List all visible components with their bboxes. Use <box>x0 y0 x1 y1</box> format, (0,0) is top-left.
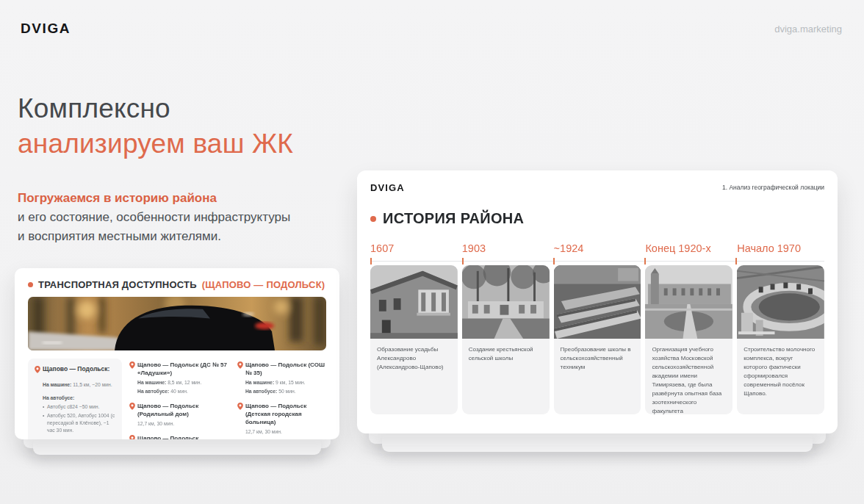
transport-columns: Щапово — Подольск: На машине: 11,5 км, ~… <box>28 359 326 439</box>
timeline-item-text: Образование усадьбы Александрово (Алекса… <box>370 339 458 372</box>
timeline-year: Начало 1970 <box>737 242 824 254</box>
timeline-item: Создание крестьянской сельской школы <box>462 265 550 414</box>
timeline-item: Строительство молочного комплекса, вокру… <box>737 265 824 414</box>
summary-by-bus: На автобусе: Автобус с824 ~50 мин. Автоб… <box>35 395 115 434</box>
timeline-year: Конец 1920-х <box>645 242 732 254</box>
page-title: Комплексно анализируем ваш ЖК <box>18 91 293 162</box>
summary-by-car: На машине: 11,5 км, ~20 мин. <box>35 381 115 389</box>
map-pin-icon <box>129 435 135 439</box>
by-bus-value: 40 мин. <box>170 389 188 394</box>
timeline-tick-icon <box>370 258 372 264</box>
destination-title: Щапово — Подольск (Родильный дом) <box>137 402 230 418</box>
map-pin-icon <box>129 361 135 377</box>
map-pin-icon <box>35 366 40 375</box>
destination-title: Щапово — Подольск (ДС № 57 «Ладушки») <box>137 361 230 377</box>
timeline-item: Образование усадьбы Александрово (Алекса… <box>370 265 458 414</box>
by-car-value: 9 км, 15 мин. <box>276 380 306 385</box>
history-slide-title: ИСТОРИЯ РАЙОНА <box>383 210 524 227</box>
destination-by-car: На машине: 9 км, 15 мин. <box>237 379 326 386</box>
map-pin-icon <box>129 403 135 418</box>
timeline-item: Преобразование школы в сельскохозяйствен… <box>554 265 641 414</box>
transport-destinations-column-1: Щапово — Подольск (ДС № 57 «Ладушки») На… <box>129 359 230 439</box>
transport-summary-panel: Щапово — Подольск: На машине: 11,5 км, ~… <box>28 359 122 439</box>
bullet-dot-icon <box>28 282 33 287</box>
timeline-tick-icon <box>462 258 464 264</box>
intro-paragraph: Погружаемся в историю района и его состо… <box>18 189 290 246</box>
by-car-label: На машине: <box>245 380 274 385</box>
timeline-item: Организация учебного хозяйства Московско… <box>645 265 732 414</box>
destination-item: Щапово — Подольск (Родильный дом) 12,7 к… <box>129 402 230 428</box>
timeline-item-text: Создание крестьянской сельской школы <box>462 339 550 363</box>
village-school-photo <box>462 265 550 339</box>
destination-title: Щапово — Подольск (СОШ № 35) <box>245 361 326 377</box>
intro-line2: и его состояние, особенности инфраструкт… <box>18 210 290 224</box>
site-url-label: dviga.marketing <box>774 24 842 35</box>
bus-option-2: Автобус 520, Автобус 1004 (с пересадкой … <box>43 412 115 434</box>
transport-destinations-column-2: Щапово — Подольск (СОШ № 35) На машине: … <box>237 359 326 439</box>
destination-item: Щапово — Подольск (СОШ № 35) На машине: … <box>237 361 326 395</box>
transport-slide-title-suffix: (ЩАПОВО — ПОДОЛЬСК) <box>202 279 325 290</box>
by-car-value: 11,5 км, ~20 мин. <box>73 382 112 387</box>
history-slide-header: DVIGA 1. Анализ географической локации <box>370 182 824 193</box>
timeline-panels: Образование усадьбы Александрово (Алекса… <box>370 265 824 414</box>
manor-house-photo <box>370 265 458 339</box>
destination-by-bus: На автобусе: 40 мин. <box>129 388 230 395</box>
destination-by-car: На машине: 8,5 км, 12 мин. <box>129 379 230 386</box>
by-bus-label: На автобусе: <box>245 389 277 394</box>
intro-highlight: Погружаемся в историю района <box>18 189 290 208</box>
destination-item: Щапово — Подольск (Детская городская бол… <box>237 402 326 436</box>
history-slide-card: DVIGA 1. Анализ географической локации И… <box>357 170 838 433</box>
timeline-item-text: Организация учебного хозяйства Московско… <box>645 339 732 414</box>
intro-line3: и восприятия местными жителями. <box>18 229 221 243</box>
timeline-tick-icon <box>553 258 555 264</box>
slide-section-label: 1. Анализ географической локации <box>722 184 824 191</box>
by-bus-label: На автобусе: <box>43 395 74 400</box>
destination-item: Щапово — Подольск (Подольская областная … <box>129 434 230 439</box>
slide-brand-logo: DVIGA <box>370 182 405 193</box>
timeline-year: 1607 <box>370 242 458 254</box>
timeline-year: 1903 <box>462 242 550 254</box>
transport-slide-card: ТРАНСПОРТНАЯ ДОСТУПНОСТЬ (ЩАПОВО — ПОДОЛ… <box>15 268 339 439</box>
map-pin-icon <box>237 403 243 426</box>
destination-by-bus: На автобусе: 50 мин. <box>237 388 326 395</box>
milking-carousel-photo <box>737 265 824 339</box>
destination-title: Щапово — Подольск (Подольская областная … <box>137 434 230 439</box>
timeline-year: ~1924 <box>554 242 641 254</box>
transport-slide-header: ТРАНСПОРТНАЯ ДОСТУПНОСТЬ (ЩАПОВО — ПОДОЛ… <box>28 279 326 290</box>
by-bus-label: На автобусе: <box>137 389 169 394</box>
destination-distance: 12,7 км, 30 мин. <box>129 420 230 428</box>
history-slide-title-row: ИСТОРИЯ РАЙОНА <box>370 210 824 227</box>
by-bus-value: 50 мин. <box>278 389 296 394</box>
destination-distance: 12,7 км, 30 мин. <box>237 428 326 436</box>
history-slide-stack-layer-2 <box>382 433 813 452</box>
car-driving-autumn-road-photo <box>28 297 326 350</box>
transport-summary-title-row: Щапово — Подольск: <box>35 365 115 375</box>
brand-logo: DVIGA <box>21 21 71 37</box>
transport-slide-title: ТРАНСПОРТНАЯ ДОСТУПНОСТЬ <box>38 279 197 290</box>
transport-summary-title: Щапово — Подольск: <box>43 365 109 375</box>
page-title-line2: анализируем ваш ЖК <box>18 126 293 162</box>
timeline-item-text: Преобразование школы в сельскохозяйствен… <box>554 339 641 372</box>
timeline-years-row: 1607 1903 ~1924 Конец 1920-х Начало 1970 <box>370 242 824 254</box>
destination-item: Щапово — Подольск (ДС № 57 «Ладушки») На… <box>129 361 230 395</box>
bus-option-1: Автобус с824 ~50 мин. <box>43 403 115 411</box>
timeline-tick-icon <box>644 258 646 264</box>
timeline-tick-icon <box>735 258 737 264</box>
by-car-label: На машине: <box>43 382 71 387</box>
timeline-item-text: Строительство молочного комплекса, вокру… <box>737 339 824 398</box>
by-car-value: 8,5 км, 12 мин. <box>168 380 201 385</box>
page-title-line1: Комплексно <box>18 91 293 126</box>
classroom-desks-photo <box>554 265 641 339</box>
bullet-dot-icon <box>370 216 376 222</box>
timeline-axis-line <box>370 261 824 262</box>
destination-title: Щапово — Подольск (Детская городская бол… <box>245 402 326 426</box>
map-pin-icon <box>237 361 243 377</box>
by-car-label: На машине: <box>137 380 166 385</box>
transport-slide-stack-layer-2 <box>33 437 321 455</box>
academy-estate-photo <box>645 265 732 339</box>
